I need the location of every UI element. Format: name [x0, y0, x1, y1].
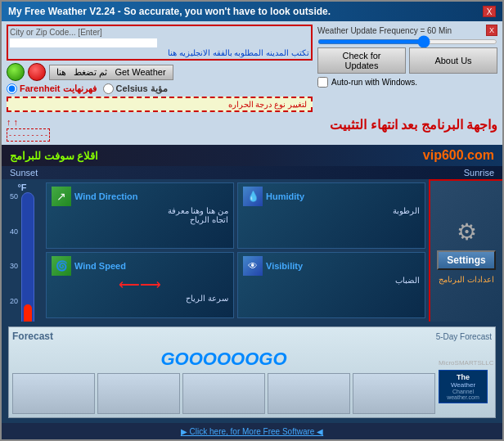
wind-speed-title: Wind Speed: [74, 261, 126, 271]
city-input-container: City or Zip Code... [Enter] تكتب المدينه…: [7, 25, 313, 61]
fahrenheit-radio[interactable]: [7, 83, 17, 94]
celsius-label: Celsius مؤية: [116, 83, 168, 94]
weather-channel-line2: Weather: [443, 381, 483, 389]
wind-speed-icon: 🌀: [52, 256, 71, 276]
sunrise-label: Sunrise: [464, 168, 494, 178]
click-here-label: ثم تضغط: [74, 67, 107, 77]
autorun-row: Auto-run with Windows.: [317, 77, 497, 88]
forecast-header: Forecast 5-Day Forecast: [12, 331, 492, 342]
scale-20: 20: [10, 297, 18, 305]
bottom-area: Forecast 5-Day Forecast GOOOOOOGO: [2, 322, 502, 439]
scale-50: 50: [10, 192, 18, 200]
title-bar: My Free Weather V2.24 - So accurate, you…: [2, 2, 502, 21]
get-weather-label: Get Weather: [115, 67, 165, 77]
visibility-title: Visibility: [266, 261, 303, 271]
about-us-button[interactable]: About Us: [409, 47, 497, 74]
city-input[interactable]: [10, 38, 157, 47]
humidity-widget[interactable]: 💧 Humidity الرطوبة: [237, 182, 425, 249]
weather-channel-line1: The: [443, 373, 483, 381]
wind-direction-from-text: من هنا وهنا معرفة: [52, 206, 228, 215]
sunset-label: Sunset: [10, 168, 38, 178]
main-window: My Free Weather V2.24 - So accurate, you…: [0, 0, 504, 441]
wind-speed-header: 🌀 Wind Speed: [52, 256, 228, 276]
get-weather-button[interactable]: ثم تضغط هنا Get Weather: [49, 65, 173, 80]
banner: اقلاع سوفت للبرامج vip600.com: [2, 145, 502, 166]
banner-left-text: اقلاع سوفت للبرامج: [10, 150, 98, 162]
forecast-big-text: GOOOOOOGO: [12, 345, 435, 373]
frequency-label: Weather Update Frequency = 60 Min: [317, 26, 483, 35]
toolbar: City or Zip Code... [Enter] تكتب المدينه…: [2, 21, 502, 115]
city-input-label: City or Zip Code... [Enter]: [10, 28, 309, 37]
fahrenheit-radio-label[interactable]: Farenheit فهرنهايت: [7, 83, 97, 94]
wind-direction-widget[interactable]: ↗ Wind Direction من هنا وهنا معرفة اتجاه…: [46, 182, 234, 249]
right-controls: Weather Update Frequency = 60 Min X Chec…: [317, 25, 497, 88]
visibility-widget[interactable]: 👁 Visibility الضباب: [237, 252, 425, 318]
temp-annotation: لتغيير نوع درجة الحراره: [7, 97, 313, 112]
forecast-cards: [12, 373, 435, 414]
humidity-header: 💧 Humidity: [243, 187, 420, 206]
microsmarts-logo: MicroSMARTSLLC: [439, 359, 493, 367]
scale-40: 40: [10, 227, 18, 236]
humidity-icon: 💧: [243, 187, 263, 206]
thermo-visual: [21, 192, 34, 322]
btn-row: Check for Updates About Us: [317, 47, 497, 74]
wind-speed-widget[interactable]: 🌀 Wind Speed ⟵⟶ سرعة الرياح: [46, 252, 234, 318]
weather-channel-line3: Channel: [443, 389, 483, 394]
click-more-bar[interactable]: ▶ Click here, for More Free Software ◀: [2, 423, 502, 439]
window-title: My Free Weather V2.24 - So accurate, you…: [8, 6, 331, 17]
arrow-up: ↑ ↑: [7, 117, 50, 127]
forecast-card-2: [97, 373, 180, 414]
humidity-title: Humidity: [266, 191, 304, 201]
thermometer-panel: °F 50 40 30 20 10: [2, 179, 43, 322]
wind-direction-header: ↗ Wind Direction: [52, 187, 228, 206]
left-controls: City or Zip Code... [Enter] تكتب المدينه…: [7, 25, 313, 112]
wind-direction-icon: ↗: [52, 187, 71, 206]
forecast-card-3: [182, 373, 265, 414]
main-annotation-text: واجهة البرنامج بعد انتهاء التثبيت: [330, 118, 497, 132]
settings-button[interactable]: Settings: [437, 250, 496, 270]
banner-right-text: vip600.com: [423, 148, 494, 163]
get-weather-row: ثم تضغط هنا Get Weather: [7, 63, 313, 81]
city-arabic-text: تكتب المدينه المطلوبه بالفقه الانجليزيه …: [10, 48, 309, 57]
frequency-slider[interactable]: [317, 39, 497, 44]
thermo-tube: [21, 192, 34, 322]
forecast-main: GOOOOOOGO: [12, 345, 435, 414]
thermo-mercury: [24, 304, 32, 322]
autorun-checkbox[interactable]: [317, 77, 328, 88]
here-label: هنا: [56, 67, 66, 77]
red-button[interactable]: [28, 63, 46, 81]
autorun-label: Auto-run with Windows.: [331, 78, 417, 87]
sunset-sunrise-bar: Sunset Sunrise: [2, 166, 502, 179]
temp-row: Farenheit فهرنهايت Celsius مؤية: [7, 83, 313, 94]
wind-speed-arabic: سرعة الرياح: [52, 294, 228, 303]
microsmarts-container: MicroSMARTSLLC: [439, 356, 492, 367]
wind-direction-arabic: اتجاه الرياح: [52, 215, 228, 224]
weather-widgets-grid: ↗ Wind Direction من هنا وهنا معرفة اتجاه…: [43, 179, 429, 322]
temp-unit-label: °F: [17, 182, 26, 192]
fahrenheit-label: Farenheit فهرنهايت: [20, 83, 97, 94]
forecast-card-1: [12, 373, 95, 414]
thermo-scale: 50 40 30 20 10: [10, 192, 18, 322]
wind-direction-title: Wind Direction: [74, 191, 138, 201]
forecast-section: Forecast 5-Day Forecast GOOOOOOGO: [8, 326, 496, 418]
forecast-wrapper: Forecast 5-Day Forecast GOOOOOOGO: [2, 322, 502, 423]
forecast-side-logos: MicroSMARTSLLC The Weather Channel weath…: [439, 345, 492, 414]
dashed-annotation: - - - - - - - - -: [7, 128, 50, 142]
humidity-arabic: الرطوبة: [243, 206, 420, 215]
click-more-text[interactable]: ▶ Click here, for More Free Software ◀: [181, 427, 323, 436]
frequency-close-button[interactable]: X: [486, 25, 497, 36]
left-annotation: ↑ ↑ - - - - - - - - -: [7, 117, 50, 142]
close-button[interactable]: X: [483, 6, 496, 17]
weather-channel-badge: The Weather Channel weather.com: [439, 370, 488, 403]
check-updates-button[interactable]: Check for Updates: [317, 47, 406, 74]
settings-gear-icon: ⚙: [457, 218, 477, 245]
visibility-arabic: الضباب: [243, 276, 420, 285]
forecast-title: Forecast: [12, 331, 53, 342]
green-button[interactable]: [7, 63, 25, 81]
celsius-radio[interactable]: [103, 83, 114, 94]
settings-panel: ⚙ Settings اعدادات البرنامج: [429, 179, 502, 322]
wind-double-arrow: ⟵⟶: [52, 276, 228, 294]
settings-arabic-label: اعدادات البرنامج: [439, 275, 494, 284]
celsius-radio-label[interactable]: Celsius مؤية: [103, 83, 168, 94]
scale-30: 30: [10, 262, 18, 270]
